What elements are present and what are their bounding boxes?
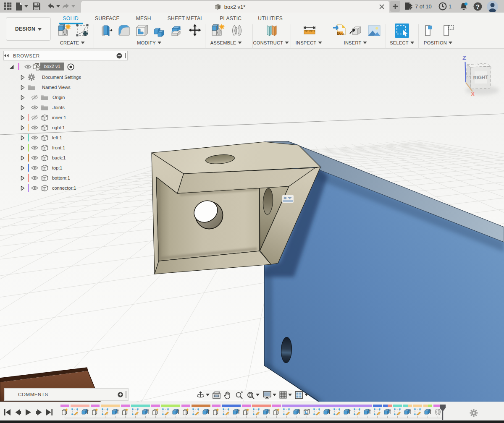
history-status[interactable]: 1	[438, 0, 452, 13]
joint-indicator-badge[interactable]	[282, 195, 294, 203]
item-label[interactable]: top:1	[52, 165, 62, 170]
chevron-down-icon[interactable]	[206, 394, 210, 396]
item-label[interactable]: Document Settings	[42, 75, 81, 80]
viewports-icon[interactable]	[294, 391, 304, 399]
ribbon-group-assemble[interactable]: ASSEMBLE	[210, 40, 242, 45]
orbit-icon[interactable]	[195, 391, 206, 399]
select-icon[interactable]	[394, 23, 410, 39]
measure-icon[interactable]	[302, 23, 318, 39]
display-settings-icon[interactable]	[261, 391, 272, 399]
revert-position-icon[interactable]	[441, 23, 457, 39]
visibility-eye-icon[interactable]	[31, 185, 38, 191]
ribbon-group-position[interactable]: POSITION	[424, 40, 452, 45]
capture-position-icon[interactable]	[423, 23, 438, 39]
visibility-eye-icon[interactable]	[31, 155, 38, 160]
pan-icon[interactable]	[223, 391, 233, 399]
visibility-eye-icon[interactable]	[31, 105, 38, 110]
expand-arrow-icon[interactable]	[21, 115, 25, 120]
undo-caret-icon[interactable]	[55, 0, 60, 13]
insert-svg-icon[interactable]: SVG	[332, 23, 348, 39]
ribbon-group-inspect[interactable]: INSPECT	[296, 40, 322, 45]
expand-arrow-icon[interactable]	[21, 165, 25, 171]
visibility-eye-icon[interactable]	[31, 165, 38, 170]
comments-scrollbar[interactable]	[126, 391, 126, 398]
undo-icon[interactable]	[46, 0, 55, 13]
timeline-settings-gear-icon[interactable]	[470, 409, 478, 419]
expand-arrow-icon[interactable]	[9, 64, 14, 70]
item-label[interactable]: Named Views	[42, 85, 71, 90]
activate-component-icon[interactable]	[67, 63, 74, 70]
expand-comments-icon[interactable]	[118, 392, 123, 397]
combine-icon[interactable]	[152, 23, 168, 39]
file-new-icon[interactable]	[14, 0, 24, 13]
expand-arrow-icon[interactable]	[21, 95, 25, 100]
visibility-eye-off-icon[interactable]	[31, 115, 38, 120]
collapse-panel-icon[interactable]	[4, 54, 9, 57]
app-grid-icon[interactable]	[3, 0, 13, 13]
viewcube-face-label[interactable]: RIGHT	[473, 75, 488, 81]
ribbon-group-insert[interactable]: INSERT	[344, 40, 367, 45]
view-cube[interactable]: RIGHT Z X	[454, 52, 502, 105]
expand-arrow-icon[interactable]	[21, 185, 25, 191]
expand-arrow-icon[interactable]	[21, 175, 25, 181]
create-sketch-icon[interactable]	[75, 23, 91, 39]
ribbon-group-select[interactable]: SELECT	[390, 40, 414, 45]
visibility-eye-icon[interactable]	[31, 175, 38, 180]
ribbon-tab-mesh[interactable]: MESH	[128, 14, 159, 23]
insert-mesh-icon[interactable]	[349, 23, 365, 39]
ribbon-group-create[interactable]: CREATE	[60, 40, 85, 45]
ribbon-tab-surface[interactable]: SURFACE	[87, 14, 128, 23]
save-icon[interactable]	[32, 0, 41, 13]
document-tab[interactable]: box2 v1*	[81, 1, 389, 13]
construct-plane-icon[interactable]	[263, 23, 279, 39]
item-label[interactable]: Joints	[52, 105, 65, 110]
look-at-icon[interactable]	[211, 392, 222, 399]
redo-caret-icon[interactable]	[71, 0, 76, 13]
workspace-selector[interactable]: DESIGN	[6, 17, 51, 41]
redo-icon[interactable]	[61, 0, 71, 13]
visibility-eye-off-icon[interactable]	[31, 94, 38, 100]
item-label[interactable]: box2 v1	[40, 63, 64, 70]
split-body-icon[interactable]	[169, 23, 185, 39]
visibility-eye-icon[interactable]	[31, 125, 38, 130]
zoom-icon[interactable]	[234, 391, 244, 399]
ribbon-tab-solid[interactable]: SOLID	[55, 14, 87, 23]
expand-arrow-icon[interactable]	[21, 105, 25, 110]
expand-arrow-icon[interactable]	[21, 125, 25, 131]
chevron-down-icon[interactable]	[304, 394, 308, 396]
item-label[interactable]: connector:1	[52, 185, 76, 191]
visibility-eye-icon[interactable]	[31, 135, 38, 140]
help-icon[interactable]: ?	[472, 0, 483, 13]
visibility-eye-icon[interactable]	[31, 145, 38, 150]
avatar[interactable]	[486, 0, 499, 13]
ribbon-group-modify[interactable]: MODIFY	[137, 40, 161, 45]
item-label[interactable]: back:1	[52, 155, 66, 160]
expand-arrow-icon[interactable]	[21, 145, 25, 151]
chevron-down-icon[interactable]	[288, 394, 292, 396]
item-label[interactable]: Origin	[52, 95, 65, 100]
move-icon[interactable]	[187, 23, 203, 39]
grid-settings-icon[interactable]	[278, 391, 288, 399]
timeline-position-marker[interactable]	[439, 405, 446, 422]
file-new-caret-icon[interactable]	[24, 0, 29, 13]
item-label[interactable]: bottom:1	[52, 175, 70, 180]
chevron-down-icon[interactable]	[256, 394, 260, 396]
new-component-icon[interactable]	[56, 23, 72, 39]
expand-arrow-icon[interactable]	[21, 155, 25, 161]
canvas-image-icon[interactable]	[366, 23, 382, 39]
fit-icon[interactable]	[245, 391, 256, 399]
item-label[interactable]: front:1	[52, 145, 65, 150]
expand-arrow-icon[interactable]	[21, 75, 25, 80]
joint-icon[interactable]	[229, 23, 245, 39]
expand-arrow-icon[interactable]	[21, 135, 25, 141]
item-label[interactable]: inner:1	[52, 115, 66, 120]
new-component-icon[interactable]	[210, 23, 226, 39]
ribbon-tab-sheet-metal[interactable]: SHEET METAL	[159, 14, 212, 23]
ribbon-tab-plastic[interactable]: PLASTIC	[212, 14, 250, 23]
ribbon-group-construct[interactable]: CONSTRUCT	[253, 40, 289, 45]
item-label[interactable]: left:1	[52, 135, 62, 140]
shell-icon[interactable]	[134, 23, 150, 39]
item-label[interactable]: right:1	[52, 125, 65, 130]
panel-scrollbar[interactable]	[125, 53, 126, 58]
chevron-down-icon[interactable]	[273, 394, 276, 396]
